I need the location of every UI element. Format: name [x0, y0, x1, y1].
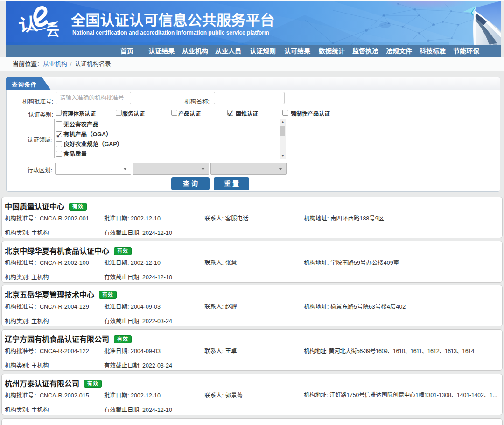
svg-text:云: 云	[46, 24, 59, 39]
